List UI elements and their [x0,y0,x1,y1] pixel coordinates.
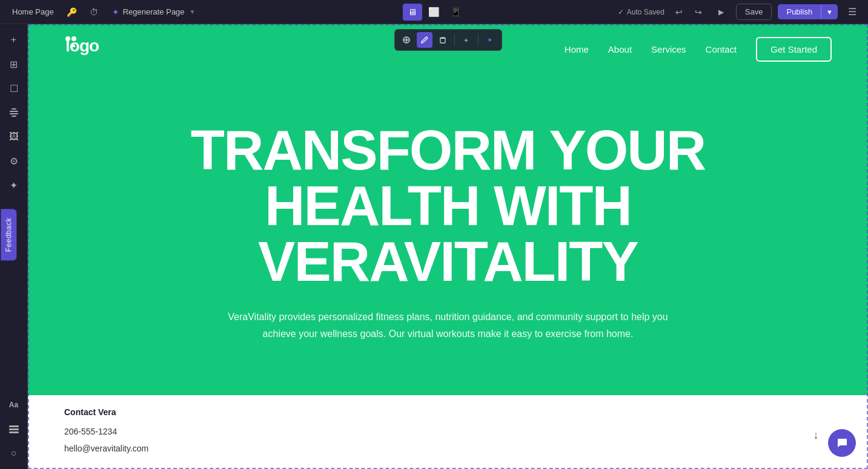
redo-button[interactable]: ↪ [690,4,707,21]
chevron-down-icon: ▼ [190,8,196,15]
auto-saved-label: Auto Saved [627,8,664,16]
sparkle-icon: ✦ [112,7,119,17]
sidebar-settings-icon[interactable]: ⚙ [3,150,25,172]
site-logo: logo· [64,36,76,62]
hero-subtitle: VeraVitality provides personalized fitne… [218,309,678,341]
editor-toolbar: + ✦ [394,29,502,51]
svg-rect-2 [12,108,16,110]
sidebar-ai-icon[interactable]: ✦ [3,174,25,196]
move-tool-button[interactable] [399,32,414,48]
hero-title: TRANSFORM YOUR HEALTH WITH VERAVITALITY [88,122,807,289]
preview-button[interactable]: ▶ [713,4,730,21]
sidebar-page-icon[interactable]: ☐ [3,77,25,99]
check-icon: ✓ [618,8,624,16]
website-preview: logo· Home About Services Contact Get St… [28,24,868,469]
delete-tool-button[interactable] [435,32,451,48]
nav-links: Home About Services Contact Get Started [565,37,832,62]
publish-button[interactable]: Publish ▼ [778,4,838,19]
history-icon[interactable]: ⏱ [85,4,102,21]
scroll-down-button[interactable]: ↓ [800,419,832,451]
site-footer: Contact Vera 206-555-1234 hello@veravita… [28,395,868,469]
tablet-view-button[interactable]: ⬜ [425,4,444,21]
regenerate-label: Regenerate Page [123,7,185,16]
edit-tool-button[interactable] [417,32,432,48]
svg-rect-1 [10,113,18,114]
get-started-button[interactable]: Get Started [756,37,832,62]
footer-section-title: Contact Vera [64,407,148,417]
sidebar-image-icon[interactable]: 🖼 [3,126,25,148]
mobile-view-button[interactable]: 📱 [446,4,466,21]
page-canvas[interactable]: logo· Home About Services Contact Get St… [28,24,868,469]
logo-text: logo [65,36,70,41]
regenerate-button[interactable]: ✦ Regenerate Page ▼ [107,5,200,19]
hero-title-line1: TRANSFORM YOUR HEALTH WITH [191,119,705,237]
logo-dot: · [71,36,76,41]
sidebar-integrations-icon[interactable]: ○ [3,442,25,464]
sidebar-font-icon[interactable]: Aa [3,394,25,416]
desktop-view-button[interactable]: 🖥 [403,4,422,21]
nav-about[interactable]: About [608,44,632,54]
device-switcher: 🖥 ⬜ 📱 [403,4,466,21]
save-button[interactable]: Save [736,4,772,20]
add-tool-button[interactable]: + [459,32,474,48]
toolbar-divider-2 [478,34,479,46]
sidebar-grid-icon[interactable]: ⊞ [3,53,25,75]
svg-rect-5 [9,428,19,430]
footer-phone: 206-555-1234 [64,423,148,440]
footer-contact-section: Contact Vera 206-555-1234 hello@veravita… [64,407,148,457]
hero-title-line2: VERAVITALITY [258,231,638,292]
nav-services[interactable]: Services [651,44,686,54]
top-bar-left: Home Page 🔑 ⏱ ✦ Regenerate Page ▼ [7,4,608,21]
key-icon[interactable]: 🔑 [64,4,81,21]
svg-rect-6 [9,431,19,433]
chat-button[interactable] [828,429,856,457]
publish-label: Publish [778,4,821,19]
sidebar-layers-icon[interactable] [3,102,25,123]
svg-rect-4 [9,425,19,427]
home-page-button[interactable]: Home Page [7,5,59,19]
ai-tool-button[interactable]: ✦ [482,32,498,48]
toolbar-divider [454,34,455,46]
footer-email: hello@veravitality.com [64,440,148,457]
top-bar: Home Page 🔑 ⏱ ✦ Regenerate Page ▼ 🖥 ⬜ 📱 … [0,0,868,24]
main-layout: + ⊞ ☐ 🖼 ⚙ ✦ Aa ○ [0,24,868,469]
auto-saved-status: ✓ Auto Saved [618,8,664,16]
svg-rect-3 [12,116,16,117]
menu-button[interactable]: ☰ [844,4,861,21]
nav-home[interactable]: Home [565,44,589,54]
feedback-tab[interactable]: Feedback [1,209,16,260]
top-bar-center: 🖥 ⬜ 📱 [403,4,466,21]
content-area: + ✦ logo· Home About Services Con [28,24,868,469]
hero-section: TRANSFORM YOUR HEALTH WITH VERAVITALITY … [28,74,868,378]
undo-button[interactable]: ↩ [671,4,687,21]
svg-rect-8 [440,38,445,43]
publish-dropdown-arrow[interactable]: ▼ [821,5,838,19]
svg-rect-0 [10,111,18,112]
nav-contact[interactable]: Contact [706,44,737,54]
sidebar-add-icon[interactable]: + [3,29,25,51]
undo-redo-group: ↩ ↪ [671,4,707,21]
top-bar-right: ✓ Auto Saved ↩ ↪ ▶ Save Publish ▼ ☰ [618,4,861,21]
sidebar-sections-icon[interactable] [3,418,25,440]
